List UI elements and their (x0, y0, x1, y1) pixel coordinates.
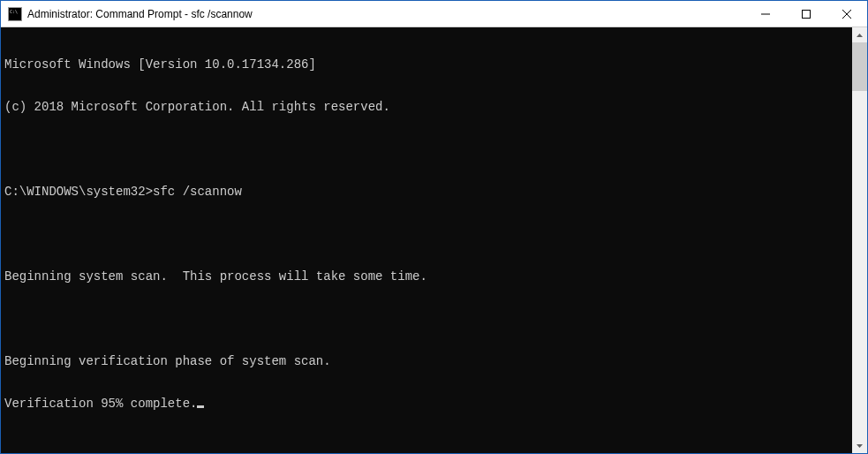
console-line (4, 142, 852, 156)
console-line: Beginning verification phase of system s… (4, 354, 852, 368)
console-line: Verification 95% complete. (4, 397, 852, 411)
minimize-button[interactable] (745, 1, 786, 26)
chevron-down-icon (857, 444, 863, 448)
scrollbar-down-button[interactable] (852, 438, 867, 453)
command-prompt-window: Administrator: Command Prompt - sfc /sca… (0, 0, 868, 454)
chevron-up-icon (857, 34, 863, 37)
scrollbar-up-button[interactable] (852, 27, 867, 42)
console-text: Verification 95% complete. (4, 397, 197, 411)
vertical-scrollbar[interactable] (852, 27, 867, 453)
minimize-icon (761, 10, 770, 19)
maximize-button[interactable] (786, 1, 826, 26)
window-titlebar[interactable]: Administrator: Command Prompt - sfc /sca… (1, 1, 867, 27)
cmd-icon (8, 7, 22, 21)
console-output[interactable]: Microsoft Windows [Version 10.0.17134.28… (1, 27, 852, 453)
svg-rect-1 (803, 10, 811, 18)
console-line (4, 312, 852, 326)
maximize-icon (802, 10, 811, 19)
close-button[interactable] (826, 1, 867, 26)
console-line (4, 227, 852, 241)
scrollbar-thumb[interactable] (852, 42, 867, 91)
scrollbar-track[interactable] (852, 42, 867, 438)
console-line: C:\WINDOWS\system32>sfc /scannow (4, 185, 852, 199)
console-line: (c) 2018 Microsoft Corporation. All righ… (4, 100, 852, 114)
window-title: Administrator: Command Prompt - sfc /sca… (27, 8, 745, 20)
console-line: Beginning system scan. This process will… (4, 269, 852, 284)
console-line: Microsoft Windows [Version 10.0.17134.28… (4, 57, 852, 72)
window-controls (745, 1, 867, 26)
cursor-icon (197, 405, 204, 408)
console-container: Microsoft Windows [Version 10.0.17134.28… (1, 27, 867, 453)
close-icon (842, 10, 851, 19)
